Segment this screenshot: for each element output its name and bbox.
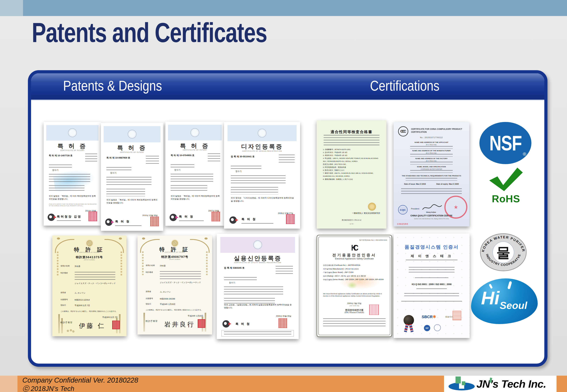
serial-number: 1082590 [397,223,408,225]
certificate-subtitle: CERTIFICATE OF UTILITY MODEL REGISTRATIO… [217,262,299,264]
footnote-box [222,330,294,336]
certificate-patent-jp-2: 特 許 証 CERTIFICATE OF PATENT 特許第4906797号 … [137,236,212,335]
row-factory: 7. 製造工場名 : 2ND FL, HANSHIN EL BLD, 695-1… [323,172,382,178]
official-title: 特許庁長官 [146,320,158,323]
certificate-statement: 위의 창작은 「디자인보호법」에 의하여 디자인등록원부에 등록되었음을 증명합… [231,196,294,203]
kipo-logo-icon [229,216,237,224]
guilloche-band [46,125,99,140]
bamboo-ornament [58,314,60,333]
certificate-subtitle: CERTIFICATE OF PATENT [165,149,224,151]
certificate-number: No.: 2010010717760112 [394,137,469,139]
president-name: Wang Kejiao [426,211,436,213]
device-title: 정수기 [229,281,235,284]
certificate-date: 2003년 05월 09일 [276,315,291,317]
text-lines [401,188,462,195]
apostrophe-mark [507,281,512,289]
slide: Patents and Certificates Patents & Desig… [0,0,567,392]
watermark [347,282,357,289]
bamboo-ornament [143,313,145,332]
hi-text: Hi [481,287,499,308]
row-issue-date: 2. 交付年月日 : 平成25年 2月 8日 [323,151,382,154]
field-value: 浄水器 [75,265,121,268]
certifications-header: Certifications [370,78,439,94]
field-label: 特許権者 [60,272,68,274]
issuer: 특 허 청 [179,215,194,219]
kipo-emblem-icon [191,128,199,137]
row-applicant: 4. 申込者名 : 10th FL, WOORI VENTURE TOWN Ⅱ,… [323,157,382,163]
section-value: HYDROGEN WATER PURIFIER [394,168,469,170]
text-lines [75,272,116,281]
section-heading: NAME AND ADDRESS OF THE MANUFACTURER [394,150,469,152]
patent-number-label: 특 허 [171,154,176,157]
application-number: 特願2013-122414 [75,298,121,301]
guilloche-band [227,125,297,141]
design-number: 등 록 제 30-0510441 호 [231,155,254,158]
text-lines [171,164,194,168]
text-lines [57,220,81,221]
text-lines [417,288,447,291]
certificate-patent-jp-1: 特 許 証 CERTIFICATE OF PATENT 特許第5641375号 … [52,236,126,336]
text-lines [410,170,453,173]
nsf-logo: NSF ® [479,122,531,164]
patent-number: 특 허 제 10-1407728 호 [49,154,73,157]
registration-number-label: 등 록 [224,266,229,269]
iaf-logo-icon: IAF [424,325,430,331]
patent-number: 특 허 제 10-0704955 호 [171,154,194,157]
accreditation-ring-icon [434,324,441,331]
page-title-text: Patents and Certificates [32,17,267,48]
pink-stamp-icon [278,318,287,328]
patent-number-value: 제 10-0704955 호 [177,154,194,157]
certificate-quality-management: 품질경영시스템 인증서 제 이 앤 스 테 크 KS Q ISO 9001 : … [394,234,470,338]
certificate-title: 전기용품안전인증서 [317,253,391,257]
rohs-logo: RoHS [481,165,531,205]
text-lines [115,225,141,226]
footer-band-left [0,376,17,392]
certificate-subtitle: CERTIFICATE OF DESIGN REGISTRATION [224,150,300,152]
kipo-emblem-icon [128,130,136,139]
patents-designs-header: Patents & Designs [63,78,162,94]
red-stamp-icon [89,211,97,221]
ccc-mark-icon: CCC [398,126,408,136]
official-title: 特許庁長官 [60,321,73,324]
red-stamp-icon [369,305,379,315]
row-statement-number: 1. 合格書番号 : JET6874-81070-1001 [323,148,382,151]
text-lines [224,331,292,335]
official-signature: 岩井良行 [164,320,195,329]
certificate-title: 특 허 증 [165,142,224,150]
panel-header: Patents & Designs Certifications [31,73,544,100]
certificate-subtitle: CERTIFICATE OF PATENT [137,252,212,253]
text-lines [231,175,286,185]
certificate-title: 適合性同等検査合格書 [317,129,387,134]
field-label: 発明の名称 [146,264,155,267]
section-heading: NAME, MODEL AND SPECIFICATION [394,166,469,168]
text-lines [49,174,90,183]
inventor-name: ユ, ホンフン [160,290,206,294]
section-value: JN' S TECH INC. [394,144,469,146]
patent-number-label: 특 허 [106,156,112,159]
certificate-design-kr: 디자인등록증 CERTIFICATE OF DESIGN REGISTRATIO… [224,122,300,229]
application-number: 特願2008-166288 [160,297,206,300]
iso-standard: KS Q ISO 9001 : 2009 / ISO 9001 : 2008 [394,283,470,286]
sbcr-text: SBCR [422,315,433,319]
certificate-statement-en: (THIS IS TO CERTIFY THAT THE PATENT IS R… [49,203,97,207]
certificate-statement: 위의 발명은 「특허법」에 따라 특허등록원부에 등록되었음을 증명합니다. [49,195,97,201]
top-accent-bar-left [0,0,23,16]
row-series-model: 파생모델명 (Series Model) : JNP-2000H, JNP-31… [323,278,387,281]
certificate-conformity-jp: 適合性同等検査合格書 1. 合格書番号 : JET6874-81070-1001… [317,120,387,229]
registration-number-value: 제 0384345 호 [230,266,245,269]
guilloche-band [104,126,161,142]
red-seal-icon [198,319,205,328]
design-article: 정수기 [235,170,242,173]
certificate-patent-kr-3: 특 허 증 CERTIFICATE OF PATENT 특 허 제 10-070… [165,122,224,226]
kc-mark-icon: KC [352,243,357,252]
text-lines [404,293,459,298]
official-signature: 伊藤 仁 [79,322,105,330]
row-rating: 정격 (Rating) : 220 V~, 60 Hz, 냉수 100 W, 온… [323,274,387,278]
section-heading: THE STANDARDS AND TECHNICAL REQUIREMENTS… [394,175,469,177]
patent-number: 特許第4906797号 [137,255,212,259]
kipo-logo-icon [105,219,113,226]
patent-number-label: 특 허 [49,154,54,157]
invention-title: 정수기 [52,169,59,172]
text-lines [160,271,201,280]
certificate-title: 실용신안등록증 [217,254,299,262]
